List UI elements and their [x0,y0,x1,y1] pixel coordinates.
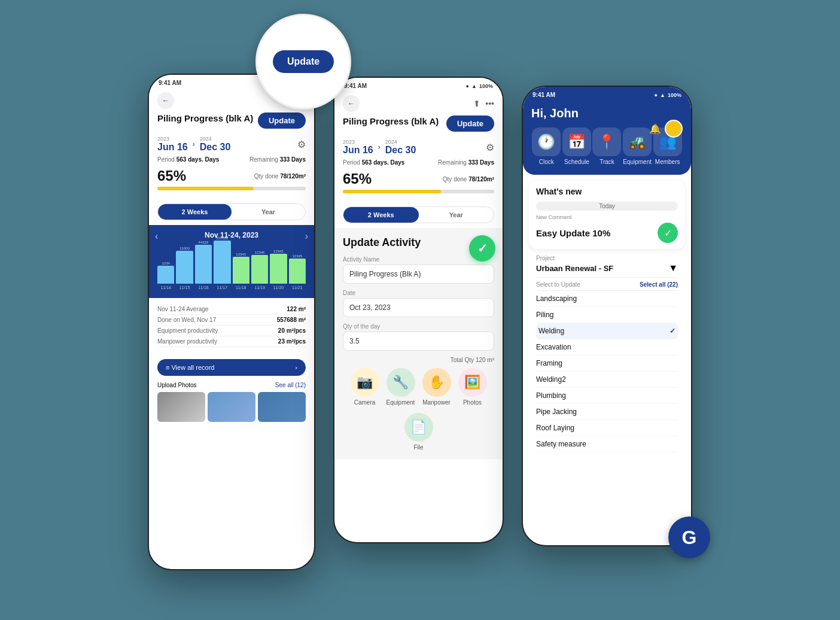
arrow-icon-1: › [193,140,195,148]
bar-col-7: 12345 11/21 [289,254,306,290]
activity-title-2: Piling Progress (blk A) [343,116,439,126]
settings-icon-1[interactable]: ⚙ [297,139,306,150]
list-item-welding2[interactable]: Welding2 [536,372,678,388]
select-all-link[interactable]: Select all (22) [640,281,678,288]
status-time-2: 9:41 AM [344,83,367,89]
project-dropdown[interactable]: Urbaan Renewal - SF ▼ [536,263,678,278]
status-time-3: 9:41 AM [532,92,555,98]
tab-2weeks-1[interactable]: 2 Weeks [158,204,232,220]
form-group-activity-name: Activity Name Piling Progress (Blk A) [343,256,494,284]
list-item-roof-laying[interactable]: Roof Laying [536,420,678,436]
list-item-piling[interactable]: Piling [536,307,678,323]
qa-equipment[interactable]: 🚜 Equipment [623,127,652,165]
dashboard-header: 🔔 Hi, John 🕐 Clock 📅 Schedule 📍 T [523,101,691,175]
status-icons-3: ● ▲ 100% [655,92,681,98]
qa-clock[interactable]: 🕐 Clock [532,127,561,165]
chart-area-1: ‹ Nov 11-24, 2023 › 1234 11/14 11000 11/… [149,225,314,298]
whats-new-title: What's new [536,187,678,196]
magnify-circle: Update [255,14,351,110]
settings-icon-2[interactable]: ⚙ [486,142,494,153]
green-check-btn-2[interactable]: ✓ [469,235,495,262]
status-bar-2: 9:41 AM ● ▲ 100% [334,78,503,92]
grammarly-button[interactable]: G [668,516,710,558]
stat-avg: Nov 11-24 Average 122 m² [157,304,306,315]
arrow-icon-2: › [378,143,381,151]
date-range-1: 2023 Jun 16 › 2024 Dec 30 ⚙ [149,133,314,155]
phone-1: 9:41 AM ● ▲ 100% ← ⬆ ••• Piling Progress… [148,74,315,570]
date-input[interactable]: Oct 23, 2023 [343,298,494,317]
percent-value-1: 65% [157,168,186,184]
easy-update-title: Easy Update 10% [536,228,610,238]
bar-col-3: 557688 11/17 [214,236,230,290]
nav-icons-2: ⬆ ••• [473,99,494,108]
total-qty-label: Total Qty 120 m² [343,357,494,363]
status-icons-2: ● ▲ 100% [466,83,493,89]
progress-section-2: 65% Qty done 78/120m² [334,167,503,202]
bell-icon[interactable]: 🔔 [649,123,661,135]
bar-chart-1: 1234 11/14 11000 11/15 44328 11/16 [157,244,306,292]
bar-col-4: 12345 11/18 [233,253,249,290]
bar-col-0: 1234 11/14 [157,262,174,290]
status-time-1: 9:41 AM [159,80,181,86]
qa-track[interactable]: 📍 Track [592,127,621,165]
list-item-safety[interactable]: Safety measure [536,436,678,452]
list-item-pipe-jacking[interactable]: Pipe Jacking [536,404,678,420]
list-item-landscaping[interactable]: Landscaping [536,291,678,307]
chart-prev-1[interactable]: ‹ [155,231,158,242]
whats-new-section: What's new Today New Comment Easy Update… [529,181,685,249]
easy-update-row: Easy Update 10% ✓ [536,223,678,243]
view-all-button-1[interactable]: ≡ View all record › [157,359,306,376]
stats-section-1: Nov 11-24 Average 122 m² Done on Wed, No… [149,298,314,353]
chart-next-1[interactable]: › [305,231,308,242]
activity-title-1: Piling Progress (blk A) [157,113,253,123]
attachments-grid: 📷 Camera 🔧 Equipment ✋ Manpower 🖼️ Photo… [343,368,494,451]
update-activity-panel: ✓ Update Activity Activity Name Piling P… [334,228,503,459]
photo-2 [208,392,255,422]
easy-update-check[interactable]: ✓ [658,223,678,243]
attach-equipment[interactable]: 🔧 Equipment [386,368,415,406]
new-comment-label: New Comment [536,214,678,220]
attach-camera[interactable]: 📷 Camera [351,368,379,406]
activity-header-2: Piling Progress (blk A) Update [334,116,503,136]
bar-col-5: 12345 11/19 [251,251,268,290]
tab-row-2: 2 Weeks Year [343,206,494,223]
percent-value-2: 65% [343,171,372,187]
photos-grid-1 [157,392,306,422]
nav-bar-2: ← ⬆ ••• [334,92,503,116]
avatar[interactable] [665,120,683,138]
project-section: Project Urbaan Renewal - SF ▼ Select to … [529,255,685,452]
tab-year-2[interactable]: Year [419,207,494,223]
update-button-2[interactable]: Update [446,116,494,132]
list-item-welding[interactable]: Welding ✓ [536,323,678,339]
stat-equip: Equipment productivity 20 m²/pcs [157,326,306,336]
attach-manpower[interactable]: ✋ Manpower [422,368,451,406]
progress-section-1: 65% Qty done 78/120m² [149,164,314,199]
magnify-update-btn[interactable]: Update [273,50,334,73]
list-item-excavation[interactable]: Excavation [536,339,678,355]
back-button-1[interactable]: ← [157,92,174,109]
attach-file[interactable]: 📄 File [404,413,433,451]
progress-bar-bg-1 [157,187,306,190]
period-row-2: Period 563 days. Days Remaining 333 Days [334,158,503,167]
progress-bar-fill-2 [343,190,441,193]
greeting-text: Hi, John [531,107,683,120]
update-button-1[interactable]: Update [258,113,306,129]
qty-input[interactable]: 3.5 [343,332,494,351]
activity-name-input[interactable]: Piling Progress (Blk A) [343,265,494,284]
bar-col-1: 11000 11/15 [176,247,193,290]
phone-3: 9:41 AM ● ▲ 100% 🔔 Hi, John 🕐 Clock [522,86,692,546]
back-button-2[interactable]: ← [343,95,360,112]
tab-row-1: 2 Weeks Year [157,203,306,220]
stat-done: Done on Wed, Nov 17 557688 m² [157,315,306,326]
tab-year-1[interactable]: Year [232,204,305,220]
list-item-plumbing[interactable]: Plumbing [536,388,678,404]
qa-schedule[interactable]: 📅 Schedule [562,127,591,165]
list-item-framing[interactable]: Framing [536,355,678,372]
status-bar-3: 9:41 AM ● ▲ 100% [523,87,691,101]
period-row-1: Period 563 days. Days Remaining 333 Days [149,155,314,164]
form-group-qty: Qty of the day 3.5 [343,323,494,351]
photos-section-1: Upload Photos See all (12) [149,382,314,422]
progress-bar-bg-2 [343,190,494,193]
attach-photos[interactable]: 🖼️ Photos [458,368,487,406]
tab-2weeks-2[interactable]: 2 Weeks [343,207,419,223]
